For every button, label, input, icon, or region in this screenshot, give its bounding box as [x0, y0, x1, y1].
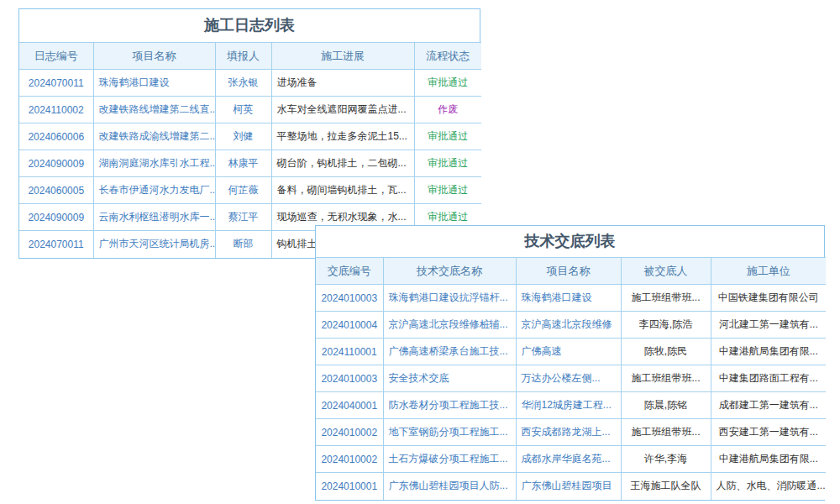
column-header-log-reporter: 填报人 — [215, 43, 271, 70]
name-cell[interactable]: 广东佛山碧桂园项目人防... — [383, 473, 516, 500]
status-cell: 审批通过 — [414, 70, 481, 97]
unit-cell: 中建港航局集团有限... — [711, 339, 826, 365]
table-row: 2024010002地下室钢筋分项工程施工...西安成都路龙湖上...施工班组带… — [316, 419, 826, 446]
table-row: 2024010004京沪高速北京段维修桩辅...京沪高速北京段维修李四海,陈浩河… — [316, 312, 826, 339]
id-cell[interactable]: 2024060006 — [19, 123, 93, 150]
person-cell: 许华,李海 — [621, 446, 711, 473]
name-cell[interactable]: 地下室钢筋分项工程施工... — [383, 419, 516, 446]
column-header-disclosure-person: 被交底人 — [621, 258, 711, 285]
project-cell[interactable]: 成都水岸华庭名苑... — [516, 446, 621, 473]
column-header-log-progress: 施工进展 — [271, 43, 414, 70]
disclosure-panel-title: 技术交底列表 — [316, 226, 824, 257]
unit-cell: 河北建工第一建筑有... — [711, 312, 826, 339]
person-cell: 李四海,陈浩 — [621, 312, 711, 339]
column-header-disclosure-unit: 施工单位 — [711, 258, 826, 285]
project-cell[interactable]: 广州市天河区统计局机房... — [93, 231, 215, 258]
project-cell[interactable]: 湖南洞庭湖水库引水工程... — [93, 150, 215, 177]
column-header-disclosure-project: 项目名称 — [516, 258, 621, 285]
table-row: 2024070011珠海鹤港口建设张永银进场准备审批通过 — [19, 70, 481, 97]
project-cell[interactable]: 广东佛山碧桂园项目 — [516, 473, 621, 500]
disclosure-panel: 技术交底列表 交底编号 技术交底名称 项目名称 被交底人 施工单位 202401… — [315, 225, 825, 501]
log-panel-title: 施工日志列表 — [19, 9, 480, 42]
id-cell[interactable]: 2024010003 — [316, 365, 383, 392]
reporter-cell[interactable]: 断部 — [215, 231, 271, 258]
column-header-log-project: 项目名称 — [93, 43, 215, 70]
id-cell[interactable]: 2024090009 — [19, 150, 93, 177]
reporter-cell[interactable]: 刘健 — [215, 123, 271, 150]
reporter-cell[interactable]: 蔡江平 — [215, 204, 271, 231]
project-cell[interactable]: 万达办公楼左侧... — [516, 365, 621, 392]
id-cell[interactable]: 2024110001 — [316, 339, 383, 365]
status-cell: 审批通过 — [414, 177, 481, 204]
progress-cell: 进场准备 — [271, 70, 414, 97]
name-cell[interactable]: 土石方爆破分项工程施工... — [383, 446, 516, 473]
log-table-head: 日志编号 项目名称 填报人 施工进展 流程状态 — [19, 43, 481, 70]
id-cell[interactable]: 2024040001 — [316, 392, 383, 419]
id-cell[interactable]: 2024090009 — [19, 204, 93, 231]
person-cell: 陈牧,陈民 — [621, 339, 711, 365]
reporter-cell[interactable]: 张永银 — [215, 70, 271, 97]
status-cell: 作废 — [414, 97, 481, 123]
id-cell[interactable]: 2024010004 — [316, 312, 383, 339]
person-cell: 王海施工队全队 — [621, 473, 711, 500]
disclosure-table-head: 交底编号 技术交底名称 项目名称 被交底人 施工单位 — [316, 258, 826, 285]
progress-cell: 备料，砌间墙钩机排土，瓦... — [271, 177, 414, 204]
project-cell[interactable]: 广佛高速 — [516, 339, 621, 365]
table-row: 2024010003珠海鹤港口建设抗浮锚杆...珠海鹤港口建设施工班组带班...… — [316, 285, 826, 312]
unit-cell: 人防、水电、消防暖通... — [711, 473, 826, 500]
table-row: 2024090009湖南洞庭湖水库引水工程...林康平砌台阶，钩机排土，二包砌.… — [19, 150, 481, 177]
person-cell: 施工班组带班... — [621, 419, 711, 446]
table-row: 2024110001广佛高速桥梁承台施工技...广佛高速陈牧,陈民中建港航局集团… — [316, 339, 826, 365]
column-header-disclosure-id: 交底编号 — [316, 258, 383, 285]
id-cell[interactable]: 2024070011 — [19, 231, 93, 258]
unit-cell: 中建港航局集团有限... — [711, 446, 826, 473]
name-cell[interactable]: 广佛高速桥梁承台施工技... — [383, 339, 516, 365]
project-cell[interactable]: 云南水利枢纽潜明水库一... — [93, 204, 215, 231]
log-table-header-row: 日志编号 项目名称 填报人 施工进展 流程状态 — [19, 43, 481, 70]
reporter-cell[interactable]: 林康平 — [215, 150, 271, 177]
unit-cell: 成都建工第一建筑有... — [711, 392, 826, 419]
project-cell[interactable]: 华润12城房建工程... — [516, 392, 621, 419]
unit-cell: 中国铁建集团有限公司 — [711, 285, 826, 312]
status-cell: 审批通过 — [414, 150, 481, 177]
name-cell[interactable]: 珠海鹤港口建设抗浮锚杆... — [383, 285, 516, 312]
project-cell[interactable]: 改建铁路线增建第二线直... — [93, 97, 215, 123]
table-row: 2024060006改建铁路成渝线增建第二...刘健平整场地，拉走多余泥土15.… — [19, 123, 481, 150]
column-header-log-status: 流程状态 — [414, 43, 481, 70]
id-cell[interactable]: 2024010002 — [316, 446, 383, 473]
id-cell[interactable]: 2024060005 — [19, 177, 93, 204]
person-cell: 陈晨,陈铭 — [621, 392, 711, 419]
log-panel: 施工日志列表 日志编号 项目名称 填报人 施工进展 流程状态 202407001… — [18, 8, 480, 259]
name-cell[interactable]: 京沪高速北京段维修桩辅... — [383, 312, 516, 339]
disclosure-table-header-row: 交底编号 技术交底名称 项目名称 被交底人 施工单位 — [316, 258, 826, 285]
project-cell[interactable]: 西安成都路龙湖上... — [516, 419, 621, 446]
id-cell[interactable]: 2024010001 — [316, 473, 383, 500]
table-row: 2024040001防水卷材分项工程施工技...华润12城房建工程...陈晨,陈… — [316, 392, 826, 419]
person-cell: 施工班组带班... — [621, 285, 711, 312]
disclosure-table-body: 2024010003珠海鹤港口建设抗浮锚杆...珠海鹤港口建设施工班组带班...… — [316, 285, 826, 500]
table-row: 2024010003安全技术交底万达办公楼左侧...施工班组带班...中建集团路… — [316, 365, 826, 392]
id-cell[interactable]: 2024110002 — [19, 97, 93, 123]
table-row: 2024060005长春市伊通河水力发电厂...何芷薇备料，砌间墙钩机排土，瓦.… — [19, 177, 481, 204]
status-cell: 审批通过 — [414, 123, 481, 150]
project-cell[interactable]: 珠海鹤港口建设 — [93, 70, 215, 97]
project-cell[interactable]: 长春市伊通河水力发电厂... — [93, 177, 215, 204]
table-row: 2024010001广东佛山碧桂园项目人防...广东佛山碧桂园项目王海施工队全队… — [316, 473, 826, 500]
unit-cell: 西安建工第一建筑有... — [711, 419, 826, 446]
id-cell[interactable]: 2024010003 — [316, 285, 383, 312]
id-cell[interactable]: 2024010002 — [316, 419, 383, 446]
reporter-cell[interactable]: 何芷薇 — [215, 177, 271, 204]
name-cell[interactable]: 防水卷材分项工程施工技... — [383, 392, 516, 419]
unit-cell: 中建集团路面工程有... — [711, 365, 826, 392]
reporter-cell[interactable]: 柯英 — [215, 97, 271, 123]
table-row: 2024110002改建铁路线增建第二线直...柯英水车对全线遮阳网覆盖点进..… — [19, 97, 481, 123]
table-row: 2024010002土石方爆破分项工程施工...成都水岸华庭名苑...许华,李海… — [316, 446, 826, 473]
person-cell: 施工班组带班... — [621, 365, 711, 392]
project-cell[interactable]: 京沪高速北京段维修 — [516, 312, 621, 339]
name-cell[interactable]: 安全技术交底 — [383, 365, 516, 392]
project-cell[interactable]: 珠海鹤港口建设 — [516, 285, 621, 312]
column-header-disclosure-name: 技术交底名称 — [383, 258, 516, 285]
progress-cell: 水车对全线遮阳网覆盖点进... — [271, 97, 414, 123]
id-cell[interactable]: 2024070011 — [19, 70, 93, 97]
project-cell[interactable]: 改建铁路成渝线增建第二... — [93, 123, 215, 150]
